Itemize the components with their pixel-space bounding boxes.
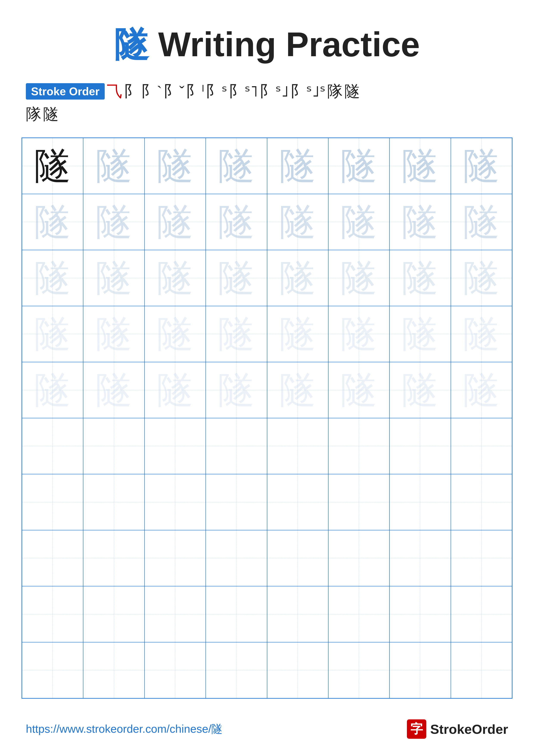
- grid-cell[interactable]: [144, 530, 206, 586]
- grid-cell[interactable]: 隧: [451, 362, 512, 418]
- grid-cell[interactable]: [22, 642, 83, 698]
- practice-char: 隧: [402, 316, 438, 352]
- grid-cell[interactable]: [267, 474, 328, 530]
- practice-char: 隧: [341, 204, 377, 240]
- practice-char: 隧: [279, 372, 316, 408]
- grid-cell[interactable]: [451, 530, 512, 586]
- grid-cell[interactable]: 隧: [206, 138, 267, 194]
- grid-cell[interactable]: 隧: [83, 194, 144, 250]
- grid-cell[interactable]: [22, 530, 83, 586]
- grid-cell[interactable]: [22, 474, 83, 530]
- grid-cell[interactable]: 隧: [144, 194, 206, 250]
- grid-cell[interactable]: 隧: [206, 306, 267, 362]
- grid-cell[interactable]: [267, 642, 328, 698]
- grid-cell[interactable]: 隧: [390, 250, 451, 306]
- practice-char: 隧: [96, 372, 132, 408]
- grid-cell[interactable]: 隧: [267, 306, 328, 362]
- grid-cell[interactable]: 隧: [22, 306, 83, 362]
- grid-cell[interactable]: [206, 530, 267, 586]
- grid-cell[interactable]: [144, 418, 206, 474]
- grid-cell[interactable]: 隧: [83, 362, 144, 418]
- grid-cell[interactable]: [390, 586, 451, 642]
- practice-char: 隧: [341, 316, 377, 352]
- grid-cell[interactable]: 隧: [22, 138, 83, 194]
- footer-url[interactable]: https://www.strokeorder.com/chinese/隧: [26, 721, 222, 737]
- grid-cell[interactable]: 隧: [267, 194, 328, 250]
- grid-cell[interactable]: [22, 586, 83, 642]
- grid-cell[interactable]: 隧: [451, 138, 512, 194]
- grid-cell[interactable]: [22, 418, 83, 474]
- grid-cell[interactable]: [451, 474, 512, 530]
- grid-cell[interactable]: 隧: [22, 194, 83, 250]
- grid-cell[interactable]: [206, 474, 267, 530]
- grid-cell[interactable]: [267, 418, 328, 474]
- practice-char: 隧: [279, 204, 316, 240]
- grid-cell[interactable]: [451, 586, 512, 642]
- grid-cell[interactable]: [390, 642, 451, 698]
- grid-cell[interactable]: 隧: [390, 362, 451, 418]
- stroke-char-10: 隊: [327, 81, 343, 102]
- grid-cell[interactable]: [83, 418, 144, 474]
- grid-cell[interactable]: [328, 586, 390, 642]
- grid-cell[interactable]: 隧: [390, 138, 451, 194]
- grid-cell[interactable]: [83, 530, 144, 586]
- practice-char: 隧: [34, 260, 71, 296]
- grid-cell[interactable]: [206, 586, 267, 642]
- grid-cell[interactable]: 隧: [451, 194, 512, 250]
- grid-cell[interactable]: 隧: [22, 362, 83, 418]
- grid-cell[interactable]: 隧: [267, 362, 328, 418]
- logo-text: StrokeOrder: [430, 721, 508, 737]
- grid-cell[interactable]: [83, 642, 144, 698]
- grid-cell[interactable]: 隧: [328, 362, 390, 418]
- grid-cell[interactable]: 隧: [144, 362, 206, 418]
- grid-cell[interactable]: [328, 418, 390, 474]
- grid-cell[interactable]: 隧: [328, 250, 390, 306]
- practice-char: 隧: [34, 316, 71, 352]
- grid-cell[interactable]: [83, 474, 144, 530]
- practice-char: 隧: [341, 148, 377, 184]
- grid-cell[interactable]: [451, 642, 512, 698]
- grid-cell[interactable]: 隧: [144, 138, 206, 194]
- grid-cell[interactable]: 隧: [451, 306, 512, 362]
- grid-cell[interactable]: 隧: [267, 250, 328, 306]
- grid-cell[interactable]: [328, 474, 390, 530]
- grid-cell[interactable]: [267, 530, 328, 586]
- grid-cell[interactable]: [144, 474, 206, 530]
- grid-cell[interactable]: [328, 642, 390, 698]
- grid-cell[interactable]: 隧: [390, 194, 451, 250]
- grid-cell[interactable]: 隧: [328, 306, 390, 362]
- grid-cell[interactable]: [390, 474, 451, 530]
- grid-cell[interactable]: 隧: [328, 194, 390, 250]
- grid-cell[interactable]: [390, 530, 451, 586]
- stroke-char-5: 阝ˡ: [186, 81, 204, 102]
- grid-cell[interactable]: 隧: [144, 306, 206, 362]
- grid-cell[interactable]: 隧: [22, 250, 83, 306]
- grid-cell[interactable]: [328, 530, 390, 586]
- practice-char: 隧: [157, 372, 193, 408]
- grid-cell[interactable]: 隧: [206, 250, 267, 306]
- grid-cell[interactable]: 隧: [83, 138, 144, 194]
- grid-cell[interactable]: [206, 642, 267, 698]
- grid-cell[interactable]: [83, 586, 144, 642]
- stroke-char-2: 阝: [124, 81, 140, 102]
- grid-cell[interactable]: 隧: [451, 250, 512, 306]
- grid-cell[interactable]: 隧: [390, 306, 451, 362]
- stroke-char-1: ⺄: [107, 81, 122, 102]
- grid-cell[interactable]: 隧: [267, 138, 328, 194]
- grid-cell[interactable]: [451, 418, 512, 474]
- grid-cell[interactable]: 隧: [206, 194, 267, 250]
- practice-grid-container: 隧 隧 隧 隧 隧 隧 隧 隧 隧 隧 隧: [0, 138, 534, 699]
- grid-cell[interactable]: 隧: [83, 306, 144, 362]
- grid-cell[interactable]: [144, 642, 206, 698]
- grid-cell[interactable]: [144, 586, 206, 642]
- practice-char: 隧: [218, 204, 255, 240]
- grid-cell[interactable]: [267, 586, 328, 642]
- practice-char: 隧: [96, 204, 132, 240]
- title-text: Writing Practice: [149, 25, 420, 64]
- grid-cell[interactable]: [206, 418, 267, 474]
- grid-cell[interactable]: [390, 418, 451, 474]
- grid-cell[interactable]: 隧: [144, 250, 206, 306]
- grid-cell[interactable]: 隧: [206, 362, 267, 418]
- grid-cell[interactable]: 隧: [83, 250, 144, 306]
- grid-cell[interactable]: 隧: [328, 138, 390, 194]
